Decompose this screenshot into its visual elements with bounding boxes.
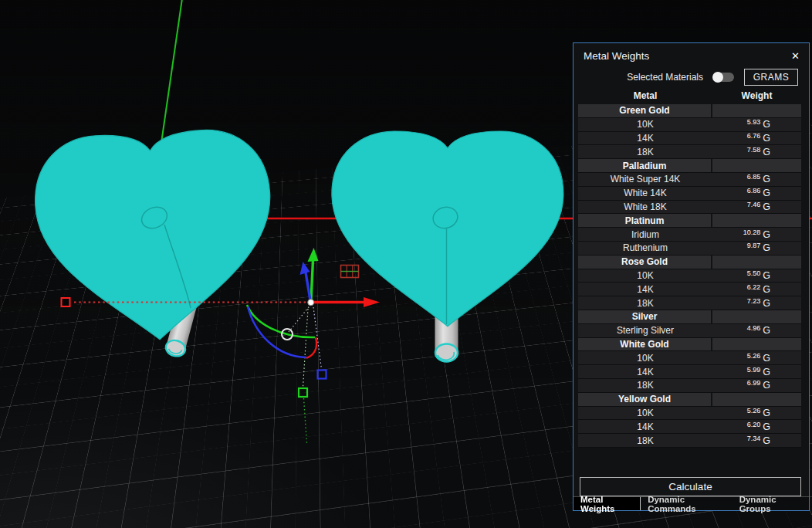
metal-group-weight-cell [712, 214, 801, 227]
metal-weight-cell: 6.85 G [712, 173, 801, 186]
metal-name: 14K [578, 283, 712, 296]
tab-dynamic-groups[interactable]: Dynamic Groups [732, 497, 809, 510]
metal-row: White 14K 6.86 G [578, 187, 801, 201]
metal-row: White 18K 7.46 G [578, 201, 801, 215]
metal-name: White 14K [578, 187, 712, 200]
weight-value: 6.22 [747, 283, 761, 291]
metal-row: 18K 7.34 G [578, 434, 801, 448]
gizmo-center-handle[interactable] [308, 300, 314, 306]
weight-unit: G [763, 242, 770, 253]
tab-dynamic-commands[interactable]: Dynamic Commands [641, 497, 732, 510]
metal-name: Iridium [578, 228, 712, 241]
metal-row: 10K 5.26 G [578, 407, 801, 421]
weight-value: 7.46 [747, 201, 761, 208]
metal-row: 14K 6.22 G [578, 283, 801, 296]
metal-group-weight-cell [712, 159, 801, 172]
weight-value: 5.93 [747, 118, 761, 126]
metal-row: 10K 5.93 G [578, 118, 801, 132]
weight-unit: G [763, 147, 770, 157]
metal-weight-cell: 9.87 G [712, 242, 801, 255]
z-axis-arrowhead[interactable] [308, 248, 319, 262]
tab-metal-weights[interactable]: Metal Weights [573, 497, 641, 510]
weight-value: 5.50 [747, 269, 761, 277]
metal-row: Ruthenium 9.87 G [578, 242, 801, 256]
grams-unit-button[interactable]: GRAMS [744, 69, 798, 86]
metal-row: 18K 7.23 G [578, 296, 801, 310]
metal-row: 10K 5.50 G [578, 269, 801, 283]
metal-row: Iridium 10.28 G [578, 228, 801, 242]
metal-row: 18K 7.58 G [578, 145, 801, 159]
calculate-button[interactable]: Calculate [580, 477, 801, 496]
metal-group-row: White Gold [578, 338, 801, 352]
metal-weight-cell: 7.58 G [712, 145, 801, 158]
metal-weight-cell: 6.76 G [712, 132, 801, 145]
weight-value: 7.23 [747, 297, 761, 305]
metal-name: 14K [578, 132, 712, 145]
metal-column-header: Metal [578, 90, 712, 101]
z-axis-arrow[interactable] [311, 260, 313, 300]
weight-value: 5.26 [747, 407, 761, 415]
selected-materials-toggle[interactable] [713, 73, 734, 82]
metal-weight-cell: 7.23 G [712, 296, 801, 310]
metal-group-weight-cell [712, 256, 801, 269]
metal-weight-cell: 6.86 G [712, 187, 801, 200]
metal-name: 10K [578, 118, 712, 131]
weight-unit: G [763, 353, 770, 364]
metal-row: 14K 6.20 G [578, 420, 801, 434]
panel-title: Metal Weights [584, 50, 649, 62]
weight-unit: G [763, 435, 770, 446]
metal-group-name: Silver [578, 310, 712, 323]
rotate-arc-green[interactable] [247, 305, 315, 337]
weight-value: 6.86 [747, 187, 761, 195]
metal-weight-cell: 6.22 G [712, 283, 801, 296]
weight-unit: G [763, 270, 770, 281]
metal-group-name: White Gold [578, 338, 712, 351]
weight-unit: G [763, 421, 770, 432]
metal-weights-panel: Metal Weights ✕ Selected Materials GRAMS… [573, 42, 810, 511]
weight-unit: G [763, 188, 770, 198]
metal-group-row: Platinum [578, 214, 801, 228]
y-axis-arrow[interactable] [306, 272, 310, 300]
metal-row: White Super 14K 6.85 G [578, 173, 801, 187]
metal-name: 18K [578, 296, 712, 310]
weight-value: 6.20 [747, 421, 761, 428]
metal-group-weight-cell [712, 104, 801, 117]
metal-group-name: Green Gold [578, 104, 712, 117]
metal-group-row: Green Gold [578, 104, 801, 118]
metal-weight-cell: 10.28 G [712, 228, 801, 241]
weight-unit: G [763, 174, 770, 184]
metal-name: 10K [578, 407, 712, 420]
weight-unit: G [763, 408, 770, 418]
metal-group-name: Platinum [578, 214, 712, 227]
metal-weight-cell: 5.26 G [712, 407, 801, 420]
weight-unit: G [763, 201, 770, 212]
gizmo-guide-dotted-4 [304, 398, 307, 443]
metal-name: White Super 14K [578, 173, 712, 186]
rotate-arc-red[interactable] [306, 337, 316, 358]
weight-unit: G [763, 380, 770, 391]
metal-name: 14K [578, 420, 712, 433]
scale-handle-blue[interactable] [318, 371, 326, 379]
metal-group-row: Rose Gold [578, 256, 801, 269]
x-origin-handle[interactable] [62, 298, 70, 306]
metal-group-name: Rose Gold [578, 256, 712, 269]
x-axis-arrowhead[interactable] [364, 297, 380, 307]
metal-row: Sterling Silver 4.96 G [578, 324, 801, 338]
weight-value: 7.58 [747, 146, 761, 154]
metal-weight-cell: 4.96 G [712, 324, 801, 337]
weight-value: 4.96 [747, 324, 761, 332]
weight-value: 5.26 [747, 352, 761, 360]
weight-column-header: Weight [712, 90, 801, 101]
weight-value: 6.76 [747, 132, 761, 140]
metal-weight-cell: 5.26 G [712, 351, 801, 364]
weight-unit: G [763, 133, 770, 144]
metal-weight-cell: 7.46 G [712, 201, 801, 214]
metal-name: Ruthenium [578, 242, 712, 255]
close-icon[interactable]: ✕ [791, 51, 800, 61]
metal-weight-cell: 6.99 G [712, 379, 801, 392]
toggle-knob [712, 72, 723, 83]
y-axis-arrowhead[interactable] [300, 262, 310, 275]
metal-group-weight-cell [712, 338, 801, 351]
weight-unit: G [763, 325, 770, 336]
scale-handle-green[interactable] [299, 388, 307, 397]
